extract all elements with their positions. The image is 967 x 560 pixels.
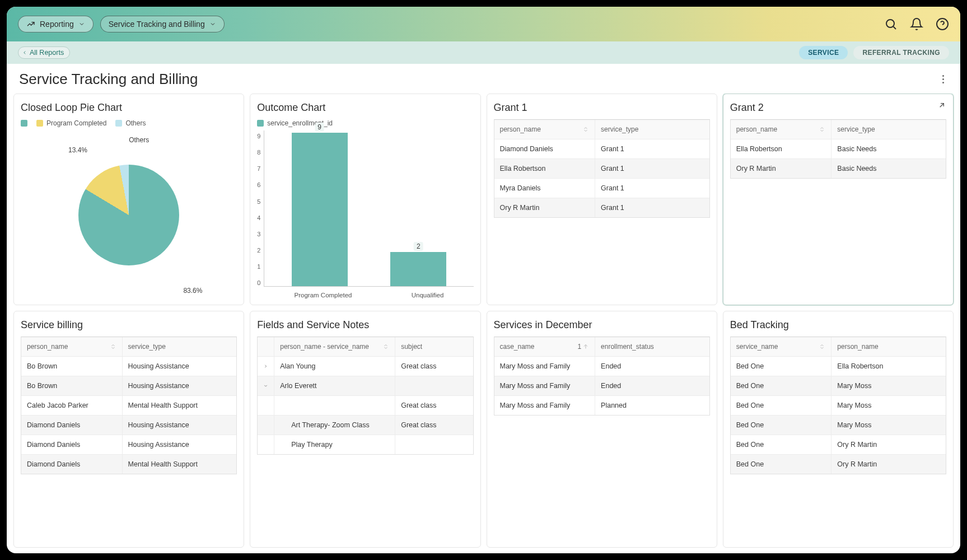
cell: Bed One [731, 416, 832, 435]
table-row[interactable]: Myra DanielsGrant 1 [494, 179, 709, 198]
table-row[interactable]: Diamond DanielsMental Health Support [21, 455, 236, 474]
pie-legend: Program Completed Others [21, 119, 237, 127]
table-row[interactable]: Alan YoungGreat class [258, 357, 473, 376]
table-row[interactable]: Bed OneElla Robertson [731, 357, 946, 376]
cell: Arlo Everett [274, 376, 395, 395]
bar-value: 9 [315, 123, 324, 132]
card-services-december: Services in December case_name1 enrollme… [487, 311, 717, 548]
cell: Mary Moss and Family [494, 376, 596, 395]
card-grant-2: Grant 2 person_name service_type Ella Ro… [723, 94, 954, 305]
col-service-type[interactable]: service_type [831, 120, 946, 139]
table-row[interactable]: Arlo Everett [258, 376, 473, 396]
search-icon[interactable] [884, 17, 898, 31]
table-row[interactable]: Ella RobertsonGrant 1 [494, 159, 709, 179]
col-person-name[interactable]: person_name [831, 337, 946, 356]
cell: Diamond Daniels [21, 435, 123, 454]
table-row[interactable]: Bo BrownHousing Assistance [21, 357, 236, 376]
card-title: Fields and Service Notes [257, 319, 473, 331]
cell: Bo Brown [21, 376, 123, 395]
app-window: Reporting Service Tracking and Billing A… [7, 7, 960, 553]
sort-asc-icon [582, 343, 589, 350]
cell: Grant 1 [595, 139, 709, 158]
x-label: Program Completed [295, 292, 352, 298]
december-rows: Mary Moss and FamilyEndedMary Moss and F… [494, 357, 709, 415]
col-subject[interactable]: subject [395, 337, 473, 356]
col-case-name[interactable]: case_name1 [494, 337, 596, 356]
sort-icon [382, 343, 389, 350]
cell: Ory R Martin [831, 455, 946, 474]
bell-icon[interactable] [910, 17, 923, 31]
table-row[interactable]: Caleb Jacob ParkerMental Health Support [21, 396, 236, 416]
table-row[interactable]: Diamond DanielsGrant 1 [494, 139, 709, 159]
service-billing-table: person_name service_type Bo BrownHousing… [21, 337, 237, 474]
chart-line-icon [26, 20, 35, 29]
service-billing-rows: Bo BrownHousing AssistanceBo BrownHousin… [21, 357, 236, 474]
sort-icon [819, 343, 825, 350]
page-title: Service Tracking and Billing [19, 71, 198, 88]
card-title: Closed Loop Pie Chart [21, 102, 237, 114]
col-person-service[interactable]: person_name - service_name [274, 337, 395, 356]
table-row[interactable]: Ory R MartinBasic Needs [731, 159, 946, 178]
col-service-type[interactable]: service_type [123, 337, 237, 356]
card-title: Bed Tracking [730, 319, 946, 331]
bar-plot: 9 2 Program Completed Unqualified [264, 130, 473, 287]
cell: Planned [595, 396, 709, 415]
svg-line-4 [940, 104, 944, 108]
cell: Mary Moss [831, 396, 946, 415]
cell [395, 435, 473, 454]
table-row[interactable]: Art Therapy- Zoom ClassGreat class [258, 416, 473, 435]
cell: Housing Assistance [123, 435, 237, 454]
table-row[interactable]: Bed OneOry R Martin [731, 435, 946, 455]
grant1-table: person_name service_type Diamond Daniels… [494, 119, 710, 218]
back-label: All Reports [30, 49, 64, 57]
notes-rows: Alan YoungGreat classArlo EverettGreat c… [258, 357, 473, 454]
cell: Housing Assistance [123, 357, 237, 376]
table-row[interactable]: Mary Moss and FamilyPlanned [494, 396, 709, 415]
table-row[interactable]: Bed OneMary Moss [731, 416, 946, 435]
cell: Mary Moss and Family [494, 357, 596, 376]
cell [274, 396, 395, 415]
expand-cell [258, 435, 274, 454]
chevron-down-icon[interactable] [263, 382, 268, 389]
y-axis: 9876543210 [257, 130, 264, 300]
col-service-name[interactable]: service_name [731, 337, 832, 356]
table-row[interactable]: Mary Moss and FamilyEnded [494, 357, 709, 376]
reporting-dropdown[interactable]: Reporting [18, 16, 94, 32]
page-dropdown[interactable]: Service Tracking and Billing [100, 16, 225, 32]
help-icon[interactable] [936, 17, 949, 31]
cell: Ella Robertson [831, 357, 946, 376]
col-person-name[interactable]: person_name [21, 337, 123, 356]
expand-icon[interactable] [937, 101, 946, 110]
col-service-type[interactable]: service_type [595, 120, 709, 139]
cell: Alan Young [274, 357, 395, 376]
col-person-name[interactable]: person_name [494, 120, 596, 139]
card-title: Service billing [21, 319, 237, 331]
swatch-teal [257, 120, 264, 127]
cell: Diamond Daniels [21, 416, 123, 435]
swatch-teal [21, 120, 27, 127]
table-row[interactable]: Great class [258, 396, 473, 416]
expand-cell [258, 416, 274, 435]
cell: Basic Needs [831, 159, 946, 178]
subbar: All Reports SERVICE REFERRAL TRACKING [7, 41, 960, 64]
table-row[interactable]: Diamond DanielsHousing Assistance [21, 416, 236, 435]
table-row[interactable]: Ory R MartinGrant 1 [494, 198, 709, 217]
table-row[interactable]: Bed OneOry R Martin [731, 455, 946, 474]
more-menu-button[interactable] [938, 74, 948, 85]
table-row[interactable]: Play Therapy [258, 435, 473, 454]
legend-label: Others [125, 119, 146, 127]
table-row[interactable]: Bed OneMary Moss [731, 376, 946, 396]
table-row[interactable]: Bed OneMary Moss [731, 396, 946, 416]
chevron-right-icon[interactable] [263, 363, 268, 370]
card-title: Services in December [494, 319, 710, 331]
table-row[interactable]: Ella RobertsonBasic Needs [731, 139, 946, 159]
expand-cell [258, 396, 274, 415]
col-enrollment-status[interactable]: enrollment_status [595, 337, 709, 356]
table-row[interactable]: Bo BrownHousing Assistance [21, 376, 236, 396]
chip-service[interactable]: SERVICE [799, 46, 848, 59]
col-person-name[interactable]: person_name [731, 120, 832, 139]
table-row[interactable]: Diamond DanielsHousing Assistance [21, 435, 236, 455]
chip-referral-tracking[interactable]: REFERRAL TRACKING [853, 46, 949, 59]
table-row[interactable]: Mary Moss and FamilyEnded [494, 376, 709, 396]
all-reports-back[interactable]: All Reports [18, 46, 70, 59]
